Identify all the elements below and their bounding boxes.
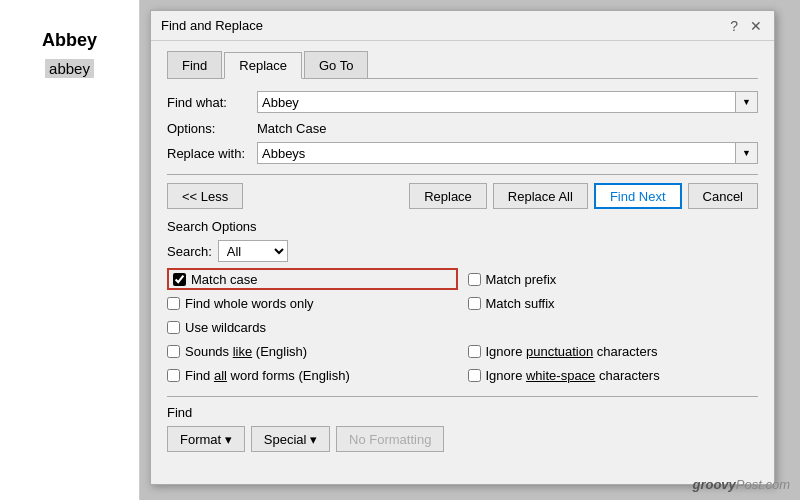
separator-1 xyxy=(167,174,758,175)
search-options-heading: Search Options xyxy=(167,219,758,234)
wildcards-item: Use wildcards xyxy=(167,316,458,338)
titlebar-controls: ? ✕ xyxy=(728,19,764,33)
options-value: Match Case xyxy=(257,121,326,136)
tab-replace[interactable]: Replace xyxy=(224,52,302,79)
replace-with-input[interactable] xyxy=(257,142,736,164)
whole-words-item: Find whole words only xyxy=(167,292,458,314)
ignore-punct-item: Ignore punctuation characters xyxy=(468,340,759,362)
wildcards-checkbox[interactable] xyxy=(167,321,180,334)
format-label: Format ▾ xyxy=(180,432,232,447)
match-suffix-item: Match suffix xyxy=(468,292,759,314)
ignore-space-label: Ignore white-space characters xyxy=(486,368,660,383)
doc-word-abbey-lower: abbey xyxy=(45,59,94,78)
match-prefix-checkbox[interactable] xyxy=(468,273,481,286)
find-what-row: Find what: ▼ xyxy=(167,91,758,113)
help-button[interactable]: ? xyxy=(728,19,740,33)
find-section-label: Find xyxy=(167,405,758,420)
ignore-punct-label: Ignore punctuation characters xyxy=(486,344,658,359)
wildcards-label: Use wildcards xyxy=(185,320,266,335)
empty-col2 xyxy=(468,316,759,338)
find-next-button[interactable]: Find Next xyxy=(594,183,682,209)
replace-all-button[interactable]: Replace All xyxy=(493,183,588,209)
sounds-like-item: Sounds like (English) xyxy=(167,340,458,362)
find-section: Find Format ▾ Special ▾ No Formatting xyxy=(167,396,758,452)
special-label: Special ▾ xyxy=(264,432,317,447)
cancel-button[interactable]: Cancel xyxy=(688,183,758,209)
options-row: Options: Match Case xyxy=(167,121,758,136)
tab-find[interactable]: Find xyxy=(167,51,222,78)
action-buttons-row: << Less Replace Replace All Find Next Ca… xyxy=(167,183,758,209)
search-label: Search: xyxy=(167,244,212,259)
doc-word-abbey: Abbey xyxy=(42,30,97,51)
match-prefix-item: Match prefix xyxy=(468,268,759,290)
replace-with-label: Replace with: xyxy=(167,146,257,161)
sounds-like-checkbox[interactable] xyxy=(167,345,180,358)
replace-with-row: Replace with: ▼ xyxy=(167,142,758,164)
format-button[interactable]: Format ▾ xyxy=(167,426,245,452)
ignore-punct-checkbox[interactable] xyxy=(468,345,481,358)
match-prefix-label: Match prefix xyxy=(486,272,557,287)
checkboxes-grid: Match case Match prefix Find whole words… xyxy=(167,268,758,386)
find-what-input-wrapper: ▼ xyxy=(257,91,758,113)
search-dropdown-wrapper: All Up Down xyxy=(218,240,288,262)
less-button[interactable]: << Less xyxy=(167,183,243,209)
match-suffix-checkbox[interactable] xyxy=(468,297,481,310)
find-what-input[interactable] xyxy=(257,91,736,113)
no-formatting-button[interactable]: No Formatting xyxy=(336,426,444,452)
sounds-like-label: Sounds like (English) xyxy=(185,344,307,359)
whole-words-label: Find whole words only xyxy=(185,296,314,311)
search-row: Search: All Up Down xyxy=(167,240,758,262)
tab-bar: Find Replace Go To xyxy=(167,51,758,79)
word-forms-label: Find all word forms (English) xyxy=(185,368,350,383)
ignore-space-checkbox[interactable] xyxy=(468,369,481,382)
match-case-item: Match case xyxy=(167,268,458,290)
find-replace-dialog: Find and Replace ? ✕ Find Replace Go To … xyxy=(150,10,775,485)
no-formatting-label: No Formatting xyxy=(349,432,431,447)
replace-with-dropdown[interactable]: ▼ xyxy=(736,142,758,164)
dialog-title: Find and Replace xyxy=(161,18,263,33)
match-case-checkbox[interactable] xyxy=(173,273,186,286)
options-label: Options: xyxy=(167,121,257,136)
find-btn-row: Format ▾ Special ▾ No Formatting xyxy=(167,426,758,452)
special-button[interactable]: Special ▾ xyxy=(251,426,330,452)
word-forms-checkbox[interactable] xyxy=(167,369,180,382)
word-forms-item: Find all word forms (English) xyxy=(167,364,458,386)
find-what-label: Find what: xyxy=(167,95,257,110)
search-select[interactable]: All Up Down xyxy=(218,240,288,262)
whole-words-checkbox[interactable] xyxy=(167,297,180,310)
match-suffix-label: Match suffix xyxy=(486,296,555,311)
find-what-dropdown[interactable]: ▼ xyxy=(736,91,758,113)
replace-button[interactable]: Replace xyxy=(409,183,487,209)
dialog-content: Find Replace Go To Find what: ▼ Options:… xyxy=(151,41,774,462)
document-background: Abbey abbey xyxy=(0,0,140,500)
watermark-post: Post.com xyxy=(736,477,790,492)
watermark-groovy: groovy xyxy=(692,477,735,492)
replace-with-input-wrapper: ▼ xyxy=(257,142,758,164)
tab-goto[interactable]: Go To xyxy=(304,51,368,78)
ignore-space-item: Ignore white-space characters xyxy=(468,364,759,386)
dialog-titlebar: Find and Replace ? ✕ xyxy=(151,11,774,41)
watermark: groovyPost.com xyxy=(692,477,790,492)
match-case-label: Match case xyxy=(191,272,257,287)
close-button[interactable]: ✕ xyxy=(748,19,764,33)
